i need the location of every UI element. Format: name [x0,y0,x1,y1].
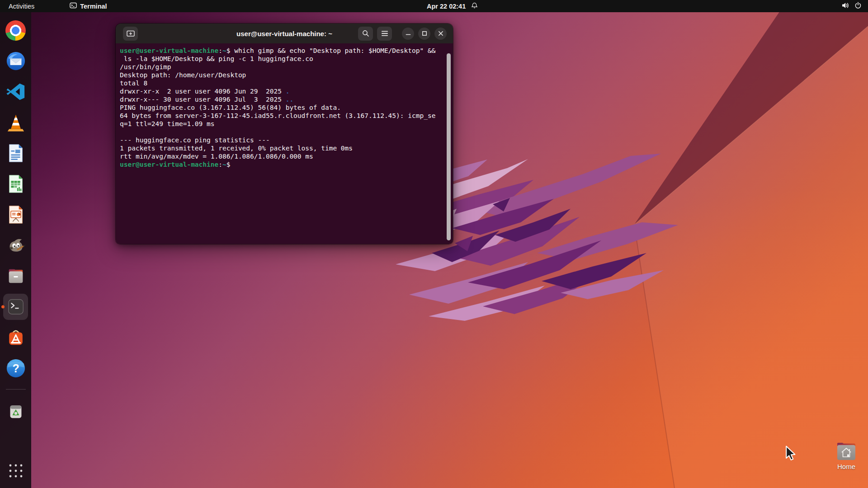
terminal-window: user@user-virtual-machine: ~ [116,23,453,244]
dock-item-libreoffice-calc[interactable] [0,173,31,195]
terminal-scrollbar[interactable] [447,53,451,240]
dock-item-gimp[interactable] [0,235,31,256]
dock-item-libreoffice-impress[interactable] [0,204,31,225]
files-icon [5,266,26,286]
libreoffice-impress-icon [5,204,26,225]
search-button[interactable] [358,27,373,41]
dock-item-help[interactable]: ? [0,357,31,379]
terminal-line: ls -la $HOME/Desktop && ping -c 1 huggin… [120,55,442,63]
minimize-icon [406,31,411,36]
terminal-screen[interactable]: user@user-virtual-machine:~$ which gimp … [116,43,453,244]
activities-button[interactable]: Activities [3,0,40,12]
dock-item-thunderbird[interactable] [0,50,31,72]
dock: ? [0,12,31,488]
search-icon [362,29,370,38]
new-tab-icon [126,29,135,38]
gimp-icon [5,235,26,256]
desktop-home-icon[interactable]: Home [831,442,862,470]
dock-item-show-applications[interactable] [0,460,31,482]
home-folder-icon [835,442,857,461]
dock-item-chrome[interactable] [0,19,31,41]
hamburger-menu-icon [381,30,388,37]
terminal-line: rtt min/avg/max/mdev = 1.086/1.086/1.086… [120,152,442,160]
terminal-line: PING huggingface.co (3.167.112.45) 56(84… [120,103,442,112]
power-icon [854,2,862,10]
terminal-icon [5,296,26,317]
hamburger-menu-button[interactable] [377,27,392,41]
maximize-button[interactable] [418,28,430,40]
dock-item-vlc[interactable] [0,112,31,133]
dock-item-files[interactable] [0,265,31,287]
terminal-line: 1 packets transmitted, 1 received, 0% pa… [120,144,442,152]
home-icon-label: Home [837,463,855,470]
terminal-line [120,128,442,136]
terminal-titlebar[interactable]: user@user-virtual-machine: ~ [116,23,453,43]
terminal-line: user@user-virtual-machine:~$ [120,160,442,169]
terminal-line: --- huggingface.co ping statistics --- [120,136,442,144]
trash-icon [5,400,26,421]
vscode-icon [5,81,26,102]
maximize-icon [422,31,427,36]
dock-item-ubuntu-software[interactable] [0,327,31,348]
dock-item-terminal[interactable] [0,296,31,318]
top-bar: Activities Terminal Apr 22 02:41 [0,0,868,12]
libreoffice-writer-icon [5,143,26,164]
new-tab-button[interactable] [123,27,138,41]
minimize-button[interactable] [402,28,414,40]
close-button[interactable] [434,28,447,40]
terminal-line: user@user-virtual-machine:~$ which gimp … [120,47,442,55]
terminal-line: drwxr-xr-x 2 user user 4096 Jun 29 2025 … [120,87,442,95]
focused-app-menu[interactable]: Terminal [64,0,113,12]
terminal-line: drwxr-x--- 30 user user 4096 Jul 3 2025 … [120,95,442,103]
close-icon [438,31,443,36]
clock-label: Apr 22 02:41 [427,3,466,10]
thunderbird-icon [5,51,26,71]
terminal-line: total 8 [120,79,442,87]
terminal-line: /usr/bin/gimp [120,63,442,71]
svg-text:?: ? [12,362,19,375]
volume-icon [841,2,850,10]
dock-divider [6,389,26,389]
terminal-line: Desktop path: /home/user/Desktop [120,71,442,79]
notification-bell-icon [471,2,478,10]
clock-menu[interactable]: Apr 22 02:41 [427,0,478,12]
desktop: { "topbar": { "activities_label": "Activ… [0,0,868,488]
focused-app-label: Terminal [80,3,107,10]
chrome-icon [5,20,26,41]
system-status-menu[interactable] [839,0,864,12]
vlc-icon [5,112,26,133]
terminal-line: q=1 ttl=249 time=1.09 ms [120,120,442,128]
terminal-running-dot [1,305,5,309]
dock-item-vscode[interactable] [0,81,31,103]
help-icon: ? [5,358,26,379]
terminal-output: user@user-virtual-machine:~$ which gimp … [120,47,442,169]
ubuntu-software-icon [5,327,26,348]
terminal-glyph-icon [70,2,77,10]
show-applications-icon [7,462,25,480]
libreoffice-calc-icon [5,174,26,194]
dock-item-trash[interactable] [0,399,31,421]
mouse-cursor [785,446,798,461]
terminal-line: 64 bytes from server-3-167-112-45.iad55.… [120,112,442,120]
dock-item-libreoffice-writer[interactable] [0,142,31,164]
